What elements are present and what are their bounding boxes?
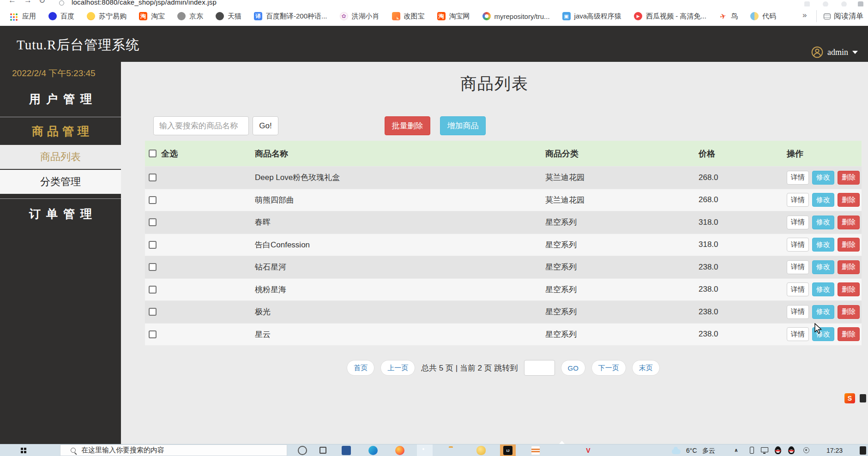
search-input[interactable] [153,116,249,135]
bookmark-item[interactable]: ▶西瓜视频 - 高清免... [634,12,706,21]
reload-icon[interactable]: ↻ [39,0,45,6]
detail-button[interactable]: 详情 [787,193,809,207]
row-checkbox[interactable] [149,263,157,271]
sidebar-item-user-management[interactable]: 用户管理 [0,91,121,107]
intellij-icon[interactable] [503,446,512,455]
detail-button[interactable]: 详情 [787,327,809,341]
reading-list-button[interactable]: 阅读清单 [824,6,863,26]
weather-desc[interactable]: 多云 [702,447,715,455]
user-menu[interactable]: admin [811,46,858,58]
delete-button[interactable]: 删除 [838,260,860,274]
site-info-icon[interactable] [59,0,64,6]
bookmark-item[interactable]: 淘淘宝 [139,12,165,21]
url-text[interactable]: localhost:8080/cake_shop/jsp/admin/index… [72,0,217,6]
sogou-ime-icon[interactable] [844,393,855,403]
delete-button[interactable]: 删除 [838,193,860,207]
forward-icon[interactable]: → [24,0,32,5]
qq-icon[interactable] [788,446,795,454]
start-button[interactable] [21,448,23,450]
delete-button[interactable]: 删除 [838,282,860,296]
pagination-prev-button[interactable]: 上一页 [380,360,415,376]
sidebar-item-product-management[interactable]: 商品管理 [0,124,121,139]
bookmark-item[interactable]: ▣java高级程序猿 [562,12,622,21]
bookmark-item[interactable]: 译百度翻译-200种语... [254,12,327,21]
pagination-first-button[interactable]: 首页 [347,360,374,376]
bookmark-item[interactable]: 改图宝 [392,12,425,21]
edge-icon[interactable] [368,446,378,455]
row-actions: 详情修改删除 [787,260,862,274]
edit-button[interactable]: 修改 [812,305,834,319]
bookmarks-overflow-chevron[interactable]: » [802,11,807,20]
tray-ime-icon[interactable] [860,446,866,455]
delete-button[interactable]: 删除 [838,238,860,252]
edit-button[interactable]: 修改 [812,171,834,185]
profile-icon[interactable] [823,1,828,6]
display-icon[interactable] [761,447,768,452]
delete-button[interactable]: 删除 [838,171,860,185]
browser-action-icon[interactable] [841,1,847,6]
row-checkbox[interactable] [149,218,157,226]
edit-button[interactable]: 修改 [812,260,834,274]
delete-button[interactable]: 删除 [838,305,860,319]
row-checkbox[interactable] [149,196,157,204]
row-checkbox[interactable] [149,241,157,249]
select-all-checkbox[interactable] [149,150,157,157]
phone-icon[interactable] [750,447,754,454]
bookmark-item[interactable]: 代码 [750,12,776,21]
bookmark-item[interactable]: 天猫 [216,12,241,21]
pagination-next-button[interactable]: 下一页 [591,360,626,376]
extensions-icon[interactable] [804,1,810,6]
back-icon[interactable]: ← [8,0,16,5]
detail-button[interactable]: 详情 [787,260,809,274]
network-icon[interactable] [803,447,809,453]
bookmark-item[interactable]: 苏宁易购 [87,12,127,21]
office-doc-icon[interactable] [531,446,540,455]
weather-icon[interactable] [672,449,681,454]
row-checkbox[interactable] [149,286,157,294]
blue-app-icon[interactable] [342,446,351,455]
sidebar-item-order-management[interactable]: 订单管理 [0,206,121,222]
detail-button[interactable]: 详情 [787,216,809,229]
bookmark-item[interactable]: ✿洪湖小肖 [340,12,380,21]
sidebar-item-product-list[interactable]: 商品列表 [0,145,121,169]
bookmark-item[interactable]: 淘淘宝网 [437,12,470,21]
detail-button[interactable]: 详情 [787,238,809,252]
edit-button[interactable]: 修改 [812,238,834,252]
red-v-app-icon[interactable] [584,446,593,455]
bookmark-item[interactable]: ✈鸟 [719,12,738,21]
bookmark-item[interactable]: 百度 [48,12,74,21]
add-product-button[interactable]: 增加商品 [440,116,486,135]
bookmark-item[interactable]: 京东 [177,12,203,21]
tray-expand-icon[interactable]: ∧ [734,447,738,453]
pagination-last-button[interactable]: 末页 [632,360,660,376]
browser-menu-icon[interactable] [858,1,863,6]
detail-button[interactable]: 详情 [787,305,809,319]
wechat-icon[interactable] [476,446,486,455]
row-select-cell [145,263,255,271]
pagination-go-button[interactable]: GO [561,360,585,376]
taskbar-search-input[interactable]: 在这里输入你要搜索的内容 [60,444,287,456]
row-checkbox[interactable] [149,174,157,181]
detail-button[interactable]: 详情 [787,171,809,185]
qq-icon[interactable] [775,446,781,454]
taskbar-clock[interactable]: 17:23 [826,447,843,454]
bookmark-item[interactable]: myrepository/tru... [482,12,550,20]
weather-temp[interactable]: 6°C [686,447,697,454]
ime-status-icon[interactable] [860,394,866,402]
sidebar-item-category-management[interactable]: 分类管理 [0,170,121,194]
cortana-icon[interactable] [298,446,307,455]
bookmark-item[interactable]: 应用 [9,12,36,21]
search-go-button[interactable]: Go! [253,116,278,135]
firefox-icon[interactable] [395,446,404,455]
edit-button[interactable]: 修改 [812,282,834,296]
row-checkbox[interactable] [149,308,157,316]
batch-delete-button[interactable]: 批量删除 [385,116,430,135]
delete-button[interactable]: 删除 [838,327,860,341]
detail-button[interactable]: 详情 [787,282,809,296]
row-checkbox[interactable] [149,330,157,338]
page-jump-input[interactable] [524,360,555,376]
task-view-icon[interactable] [319,447,326,454]
edit-button[interactable]: 修改 [812,193,834,207]
edit-button[interactable]: 修改 [812,216,834,229]
delete-button[interactable]: 删除 [838,216,860,229]
